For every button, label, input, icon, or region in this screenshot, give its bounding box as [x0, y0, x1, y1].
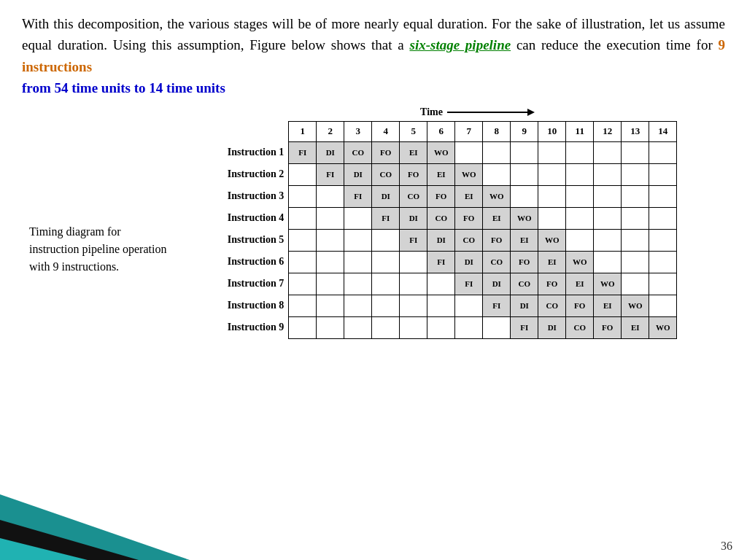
pipeline-cell [289, 229, 317, 251]
pipeline-cell: DI [483, 273, 511, 295]
pipeline-cell: EI [455, 185, 483, 207]
instruction-label: Instruction 3 [216, 185, 289, 207]
intro-text-2: can reduce the execution time for [511, 37, 718, 52]
pipeline-cell [344, 229, 372, 251]
col-header: 14 [649, 121, 677, 141]
pipeline-cell [649, 185, 677, 207]
pipeline-cell [566, 207, 594, 229]
pipeline-cell: FO [400, 163, 427, 185]
pipeline-cell [566, 141, 594, 163]
pipeline-cell [400, 316, 427, 338]
pipeline-cell [317, 295, 344, 316]
pipeline-cell: CO [483, 251, 511, 273]
col-header: 7 [455, 121, 483, 141]
pipeline-table: 1234567891011121314 Instruction 1FIDICOF… [216, 121, 678, 339]
table-row: Instruction 9FIDICOFOEIWO [216, 316, 677, 338]
pipeline-cell: FI [289, 141, 317, 163]
pipeline-cell: DI [400, 207, 427, 229]
pipeline-cell [483, 163, 511, 185]
time-label: Time [420, 106, 443, 118]
pipeline-cell: DI [427, 229, 455, 251]
pipeline-cell [511, 163, 538, 185]
pipeline-cell: EI [427, 163, 455, 185]
pipeline-cell [649, 229, 677, 251]
col-header: 1 [289, 121, 317, 141]
col-header: 2 [317, 121, 344, 141]
pipeline-cell [344, 316, 372, 338]
pipeline-cell [594, 163, 622, 185]
pipeline-cell: CO [344, 141, 372, 163]
pipeline-cell [594, 141, 622, 163]
instruction-label: Instruction 8 [216, 295, 289, 316]
pipeline-cell: EI [566, 273, 594, 295]
col-header: 5 [400, 121, 427, 141]
table-row: Instruction 1FIDICOFOEIWO [216, 141, 677, 163]
pipeline-cell [427, 273, 455, 295]
pipeline-cell: WO [427, 141, 455, 163]
pipeline-cell [289, 316, 317, 338]
pipeline-cell: WO [594, 273, 622, 295]
col-header: 13 [622, 121, 649, 141]
pipeline-cell [289, 295, 317, 316]
pipeline-cell [317, 316, 344, 338]
pipeline-cell: WO [649, 316, 677, 338]
bottom-corner [0, 494, 190, 560]
pipeline-cell [372, 229, 400, 251]
pipeline-cell: WO [538, 229, 566, 251]
pipeline-cell: CO [511, 273, 538, 295]
pipeline-cell: FO [594, 316, 622, 338]
pipeline-cell: FI [483, 295, 511, 316]
pipeline-cell [566, 185, 594, 207]
pipeline-cell [483, 141, 511, 163]
pipeline-cell: EI [400, 141, 427, 163]
link-text: six-stage pipeline [410, 37, 511, 52]
table-row: Instruction 2FIDICOFOEIWO [216, 163, 677, 185]
pipeline-cell: FO [511, 251, 538, 273]
pipeline-cell: FI [511, 316, 538, 338]
pipeline-cell: CO [455, 229, 483, 251]
pipeline-cell [344, 251, 372, 273]
pipeline-cell: FO [483, 229, 511, 251]
pipeline-cell [344, 295, 372, 316]
table-row: Instruction 6FIDICOFOEIWO [216, 251, 677, 273]
col-header: 11 [566, 121, 594, 141]
page-number: 36 [721, 540, 732, 553]
pipeline-cell: FO [566, 295, 594, 316]
instruction-label: Instruction 9 [216, 316, 289, 338]
instruction-label: Instruction 1 [216, 141, 289, 163]
pipeline-cell [622, 229, 649, 251]
pipeline-cell [538, 207, 566, 229]
pipeline-cell: WO [566, 251, 594, 273]
pipeline-cell [289, 251, 317, 273]
pipeline-cell: EI [538, 251, 566, 273]
pipeline-cell [317, 251, 344, 273]
table-row: Instruction 8FIDICOFOEIWO [216, 295, 677, 316]
pipeline-cell [455, 141, 483, 163]
table-area: Time 1234567891011121314 Instruction 1FI… [168, 106, 725, 339]
instruction-label: Instruction 7 [216, 273, 289, 295]
pipeline-cell: WO [511, 207, 538, 229]
pipeline-cell [372, 251, 400, 273]
pipeline-cell: DI [511, 295, 538, 316]
pipeline-cell: CO [538, 295, 566, 316]
pipeline-cell [649, 141, 677, 163]
pipeline-cell: DI [372, 185, 400, 207]
pipeline-cell [622, 251, 649, 273]
pipeline-cell: FO [538, 273, 566, 295]
instruction-label: Instruction 4 [216, 207, 289, 229]
pipeline-cell [649, 207, 677, 229]
col-header: 12 [594, 121, 622, 141]
pipeline-cell [372, 316, 400, 338]
time-axis: Time [358, 106, 535, 118]
pipeline-cell [594, 207, 622, 229]
pipeline-cell [372, 295, 400, 316]
table-row: Instruction 7FIDICOFOEIWO [216, 273, 677, 295]
diagram-area: Timing diagram for instruction pipeline … [22, 106, 725, 339]
pipeline-cell [622, 207, 649, 229]
pipeline-cell: CO [372, 163, 400, 185]
pipeline-cell [455, 316, 483, 338]
table-row: Instruction 5FIDICOFOEIWO [216, 229, 677, 251]
pipeline-cell [289, 185, 317, 207]
header-row: 1234567891011121314 [216, 121, 677, 141]
instruction-label: Instruction 2 [216, 163, 289, 185]
